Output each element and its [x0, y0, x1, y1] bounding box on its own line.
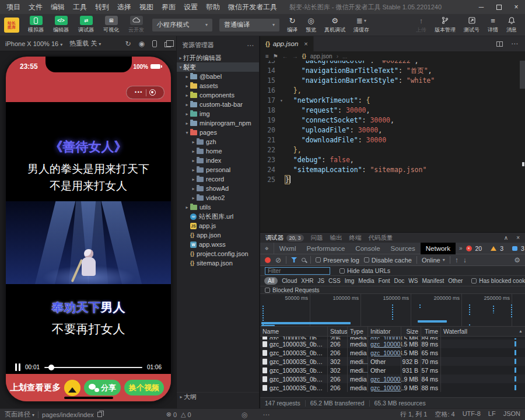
close-circle-icon[interactable]	[149, 89, 156, 96]
progress-knob[interactable]	[48, 365, 54, 370]
inspector-tab[interactable]: Wxml	[274, 243, 302, 254]
hot-reload-select[interactable]: 热重载 关 ▾	[69, 39, 101, 48]
tree-item[interactable]: JSapp.js	[177, 221, 259, 230]
menu-item[interactable]: 项目	[2, 2, 24, 12]
column-header[interactable]: Size	[401, 327, 421, 336]
tree-item[interactable]: ▾pages	[177, 128, 259, 137]
search-icon[interactable]	[302, 258, 306, 262]
rotate-icon[interactable]: ↻	[125, 40, 131, 48]
miniprogram-capsule[interactable]: •••	[126, 86, 164, 99]
network-row[interactable]: gzc_1000035_0bc3f4af... 206 media gzc_10…	[260, 374, 525, 383]
tree-item[interactable]: ▸index	[177, 156, 259, 165]
compile-mode-select[interactable]: 普通编译▾	[219, 19, 279, 32]
initiator-link[interactable]: gzc_10000...	[370, 384, 401, 391]
tree-item[interactable]: ▸打开的编辑器	[177, 53, 259, 62]
split-editor-icon[interactable]	[496, 41, 503, 47]
toolbar-action-button[interactable]: 版本管理	[435, 16, 456, 34]
indentation[interactable]: 空格: 4	[435, 410, 454, 419]
device-frame-icon[interactable]	[152, 40, 157, 47]
menu-item[interactable]: 微信开发者工具	[224, 2, 281, 12]
mode-select[interactable]: 小程序模式▾	[152, 19, 212, 32]
share-button[interactable]: 分享	[84, 380, 121, 396]
more-tabs-icon[interactable]: »	[456, 245, 466, 251]
initiator-link[interactable]: gzc_10000...	[370, 349, 401, 356]
forward-icon[interactable]: →	[292, 53, 298, 60]
bookmark-icon[interactable]: ⚑	[273, 53, 278, 60]
tree-item[interactable]: ▸miniprogram_npm	[177, 118, 259, 128]
toolbar-action-button[interactable]: ≡详情	[488, 16, 498, 34]
code-area[interactable]: 13 "backgroundColor": "#002222",14 "navi…	[260, 56, 525, 185]
cursor-position[interactable]: 行 1, 列 1	[400, 410, 427, 419]
blocked-requests-checkbox[interactable]: Blocked Requests	[265, 287, 320, 293]
tree-item[interactable]: ▸@babel	[177, 72, 259, 81]
column-header[interactable]: Initiator	[368, 327, 401, 336]
type-filter-chip[interactable]: XHR	[301, 278, 313, 284]
toggle-on[interactable]: ⇄调试器	[74, 16, 99, 34]
toolbar-action-button[interactable]: ≣▾清缓存	[354, 16, 369, 34]
initiator-link[interactable]: gzc_10000...	[370, 341, 401, 348]
tree-item[interactable]: ▸gzh	[177, 137, 259, 146]
network-settings-icon[interactable]: ⚙	[514, 257, 520, 264]
toolbar-action-button[interactable]: ↑上传	[416, 16, 426, 34]
preserve-log-checkbox[interactable]: Preserve log	[316, 257, 359, 264]
column-header[interactable]: Status	[328, 327, 348, 336]
has-blocked-cookies-checkbox[interactable]: Has blocked cookies	[471, 278, 525, 284]
type-filter-chip[interactable]: Manifest	[422, 278, 444, 284]
collapse-panel-icon[interactable]: ∧	[504, 235, 508, 241]
type-filter-chip[interactable]: Cloud	[282, 278, 297, 284]
close-icon[interactable]: ×	[508, 0, 525, 14]
network-row[interactable]: gzc_1000035_0bc3f4af... 206 media gzc_10…	[260, 383, 525, 392]
encoding[interactable]: UTF-8	[463, 410, 481, 419]
tree-item[interactable]: {}project.config.json	[177, 249, 259, 258]
scroll-up-icon[interactable]: ▲	[519, 329, 523, 333]
column-header[interactable]: Type	[348, 327, 368, 336]
type-filter-chip[interactable]: Img	[345, 278, 355, 284]
page-path-value[interactable]: pages/index/index	[42, 411, 94, 418]
inspect-element-icon[interactable]: ⌖	[260, 243, 274, 254]
open-editors-icon[interactable]: ≡	[265, 53, 269, 60]
breadcrumb-file[interactable]: app.json	[310, 53, 332, 60]
type-filter-chip[interactable]: WS	[408, 278, 418, 284]
tree-item[interactable]: Wapp.wxss	[177, 240, 259, 249]
close-tab-icon[interactable]: ×	[304, 40, 307, 47]
page-path-label[interactable]: 页面路径 ▾	[5, 410, 34, 419]
type-filter-chip[interactable]: Doc	[394, 278, 405, 284]
network-row[interactable]: gzc_1000035_0bc3f4af... 302 medi... Othe…	[260, 357, 525, 366]
toolbar-action-button[interactable]: ◎预览	[306, 16, 316, 34]
outline-section[interactable]: ▸ 大纲	[177, 392, 259, 401]
inspector-tab[interactable]: Console	[350, 243, 385, 254]
debugger-tab[interactable]: 终端	[349, 234, 362, 242]
breadcrumb-more[interactable]: ...	[342, 53, 347, 60]
network-row[interactable]: gzc_1000035_0bc3g4b... 206 media gzc_100…	[260, 340, 525, 348]
column-header[interactable]: Name	[260, 327, 328, 336]
tree-item[interactable]: ▸home	[177, 146, 259, 156]
menu-item[interactable]: 编辑	[47, 2, 69, 12]
toolbar-action-button[interactable]: ⚙真机调试	[324, 16, 345, 34]
eol[interactable]: LF	[488, 410, 496, 419]
menu-item[interactable]: 帮助	[202, 2, 224, 12]
record-icon[interactable]	[265, 257, 271, 263]
next-video-button[interactable]: 换个视频	[124, 380, 164, 396]
type-filter-chip[interactable]: Other	[448, 278, 463, 284]
more-actions-icon[interactable]: ⋯	[247, 41, 254, 50]
screenshot-icon[interactable]: ◉	[139, 40, 145, 48]
inspector-tab[interactable]: Network	[421, 243, 456, 254]
tree-item[interactable]: {}sitemap.json	[177, 258, 259, 268]
column-header[interactable]: Waterfall▲	[441, 327, 525, 336]
problems-indicator[interactable]: ⊗0 △0	[166, 411, 191, 418]
menu-item[interactable]: 界面	[158, 2, 180, 12]
tree-item[interactable]: ▸assets	[177, 81, 259, 90]
type-filter-chip[interactable]: Font	[379, 278, 390, 284]
network-timeline[interactable]: 50000 ms100000 ms150000 ms200000 ms25000…	[260, 294, 525, 327]
menu-item[interactable]: 选择	[113, 2, 135, 12]
menu-item[interactable]: 设置	[180, 2, 202, 12]
back-icon[interactable]: ←	[282, 53, 288, 60]
language-mode[interactable]: JSON	[503, 410, 520, 419]
tree-item[interactable]: ▸img	[177, 109, 259, 118]
maximize-icon[interactable]	[490, 0, 508, 14]
tree-item[interactable]: ▸custom-tab-bar	[177, 100, 259, 109]
multi-window-icon[interactable]	[164, 40, 171, 47]
import-har-icon[interactable]: ↑	[455, 257, 459, 264]
clear-icon[interactable]: ⊘	[275, 257, 281, 264]
progress-bar[interactable]	[44, 367, 142, 368]
